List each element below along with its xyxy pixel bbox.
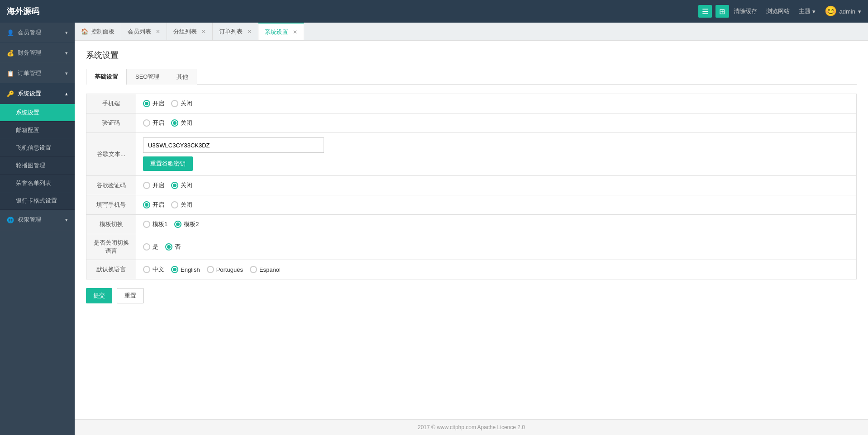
mobile-label: 手机端 [86, 94, 136, 113]
finance-arrow-icon: ▾ [65, 50, 68, 56]
template-label: 模板切换 [86, 215, 136, 234]
form-row-close-lang: 是否关闭切换语言 是 否 [86, 234, 857, 260]
fill-phone-control: 开启 关闭 [136, 196, 856, 213]
lang-zh-circle [143, 266, 150, 273]
finance-icon: 💰 [7, 50, 14, 57]
tab-member-list[interactable]: 会员列表 ✕ [121, 23, 167, 40]
lang-es-radio[interactable]: Español [250, 266, 281, 273]
google-text-input[interactable] [143, 137, 324, 153]
lang-en-radio[interactable]: English [171, 266, 200, 273]
reset-btn[interactable]: 重置 [117, 288, 144, 303]
google-captcha-off-radio[interactable]: 关闭 [171, 181, 192, 189]
form-row-captcha: 验证码 开启 关闭 [86, 113, 857, 133]
page-tabs: 基础设置 SEO管理 其他 [86, 69, 857, 85]
google-captcha-label: 谷歌验证码 [86, 176, 136, 195]
fill-phone-off-radio[interactable]: 关闭 [171, 201, 192, 209]
default-lang-radio-group: 中文 English Português [143, 265, 281, 274]
google-captcha-off-circle [171, 182, 178, 189]
form-row-fill-phone: 填写手机号 开启 关闭 [86, 195, 857, 215]
tab-group-list[interactable]: 分组列表 ✕ [167, 23, 213, 40]
mobile-off-radio-circle [171, 100, 178, 107]
member-arrow-icon: ▾ [65, 30, 68, 36]
sidebar-item-member[interactable]: 👤 会员管理 ▾ [0, 23, 75, 43]
google-captcha-on-radio[interactable]: 开启 [143, 181, 164, 189]
main-layout: 👤 会员管理 ▾ 💰 财务管理 ▾ 📋 订单管理 ▾ 🔑 系统设置 ▴ [0, 23, 868, 435]
template1-radio[interactable]: 模板1 [143, 220, 167, 228]
captcha-off-radio[interactable]: 关闭 [171, 119, 192, 127]
reset-google-key-btn[interactable]: 重置谷歌密钥 [143, 156, 193, 171]
template-radio-group: 模板1 模板2 [143, 220, 199, 228]
lang-es-circle [250, 266, 257, 273]
fill-phone-on-radio[interactable]: 开启 [143, 201, 164, 209]
permission-arrow-icon: ▾ [65, 217, 68, 223]
submit-btn[interactable]: 提交 [86, 288, 112, 303]
header-icon-btns: ☰ ⊞ [698, 5, 729, 18]
mobile-off-radio[interactable]: 关闭 [171, 99, 192, 108]
tab-group-list-close-icon[interactable]: ✕ [201, 28, 206, 35]
close-lang-no-circle [165, 243, 172, 251]
fill-phone-label: 填写手机号 [86, 195, 136, 214]
sidebar-item-finance[interactable]: 💰 财务管理 ▾ [0, 43, 75, 63]
page-tab-basic[interactable]: 基础设置 [86, 69, 127, 85]
system-icon: 🔑 [7, 90, 14, 97]
default-lang-label: 默认换语言 [86, 260, 136, 279]
google-text-label: 谷歌文本... [86, 133, 136, 175]
admin-avatar-icon: 😊 [825, 5, 837, 17]
close-lang-control: 是 否 [136, 238, 856, 255]
dashboard-tab-icon: 🏠 [81, 28, 88, 35]
tab-system-settings-close-icon[interactable]: ✕ [293, 29, 297, 35]
browse-site-btn[interactable]: 浏览网站 [766, 7, 790, 15]
sidebar-sub-system-settings[interactable]: 系统设置 [0, 104, 75, 122]
close-lang-radio-group: 是 否 [143, 243, 181, 251]
sidebar-sub-flight-info[interactable]: 飞机信息设置 [0, 139, 75, 157]
form-row-mobile: 手机端 开启 关闭 [86, 94, 857, 113]
close-lang-label: 是否关闭切换语言 [86, 234, 136, 260]
sidebar-sub-carousel[interactable]: 轮播图管理 [0, 157, 75, 175]
mobile-on-radio[interactable]: 开启 [143, 99, 164, 108]
sidebar-item-permission-label: 权限管理 [18, 216, 41, 224]
tab-bar: 🏠 控制面板 会员列表 ✕ 分组列表 ✕ 订单列表 ✕ 系统设置 ✕ [75, 23, 868, 41]
clear-cache-btn[interactable]: 清除缓存 [734, 7, 757, 15]
captcha-control: 开启 关闭 [136, 114, 856, 132]
lang-zh-radio[interactable]: 中文 [143, 265, 164, 274]
google-captcha-on-circle [143, 182, 150, 189]
form-section: 手机端 开启 关闭 [86, 94, 857, 279]
page-content: 系统设置 基础设置 SEO管理 其他 手机端 [75, 41, 868, 419]
default-lang-control: 中文 English Português [136, 261, 856, 278]
sidebar: 👤 会员管理 ▾ 💰 财务管理 ▾ 📋 订单管理 ▾ 🔑 系统设置 ▴ [0, 23, 75, 435]
close-lang-yes-radio[interactable]: 是 [143, 243, 158, 251]
tab-dashboard[interactable]: 🏠 控制面板 [75, 23, 121, 40]
order-arrow-icon: ▾ [65, 71, 68, 76]
admin-area[interactable]: 😊 admin ▾ [825, 5, 861, 17]
close-lang-no-radio[interactable]: 否 [165, 243, 181, 251]
grid-toggle-btn[interactable]: ⊞ [715, 5, 729, 18]
page-tab-other[interactable]: 其他 [168, 69, 197, 85]
mobile-on-radio-circle [143, 100, 150, 107]
menu-toggle-btn[interactable]: ☰ [698, 5, 712, 18]
page-tab-seo[interactable]: SEO管理 [127, 69, 168, 85]
sidebar-sub-bank-card[interactable]: 银行卡格式设置 [0, 192, 75, 210]
captcha-on-radio[interactable]: 开启 [143, 119, 164, 127]
tab-member-list-label: 会员列表 [128, 28, 151, 36]
google-text-control: 重置谷歌密钥 [136, 133, 856, 175]
tab-system-settings[interactable]: 系统设置 ✕ [258, 23, 304, 40]
page-title: 系统设置 [86, 50, 857, 61]
order-icon: 📋 [7, 70, 14, 77]
permission-icon: 🌐 [7, 217, 14, 223]
lang-pt-radio[interactable]: Português [207, 266, 243, 273]
theme-btn[interactable]: 主题 ▾ [799, 7, 816, 15]
sidebar-item-order[interactable]: 📋 订单管理 ▾ [0, 63, 75, 84]
sidebar-item-permission[interactable]: 🌐 权限管理 ▾ [0, 210, 75, 230]
template1-circle [143, 221, 150, 228]
form-row-google-captcha: 谷歌验证码 开启 关闭 [86, 175, 857, 195]
system-arrow-icon: ▴ [65, 91, 68, 97]
sidebar-sub-honor-list[interactable]: 荣誉名单列表 [0, 175, 75, 192]
form-row-google-text: 谷歌文本... 重置谷歌密钥 [86, 132, 857, 176]
tab-order-list[interactable]: 订单列表 ✕ [213, 23, 258, 40]
template2-radio[interactable]: 模板2 [174, 220, 199, 228]
sidebar-sub-mail-config[interactable]: 邮箱配置 [0, 122, 75, 139]
tab-member-list-close-icon[interactable]: ✕ [156, 28, 160, 35]
tab-order-list-close-icon[interactable]: ✕ [247, 28, 252, 35]
tab-order-list-label: 订单列表 [219, 28, 243, 36]
sidebar-item-system[interactable]: 🔑 系统设置 ▴ [0, 84, 75, 104]
